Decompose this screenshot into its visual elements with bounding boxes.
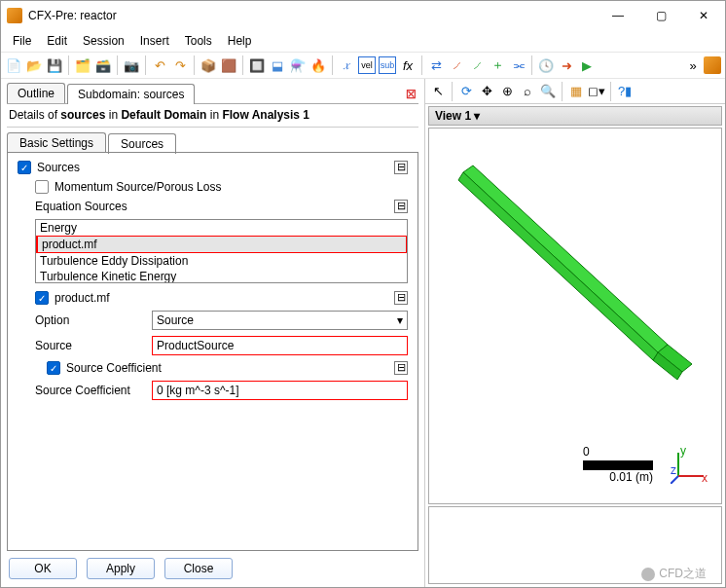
scale-bar: 0 0.01 (m) [583, 445, 653, 484]
axis-triad-icon: y x z [671, 445, 709, 484]
svg-line-8 [671, 476, 678, 484]
app-icon [7, 8, 22, 23]
option-label: Option [35, 313, 152, 327]
svg-marker-3 [458, 172, 658, 360]
chevron-down-icon: ▾ [397, 313, 403, 327]
sources-label: Sources [37, 161, 394, 174]
tab-subdomain-sources[interactable]: Subdomain: sources [67, 84, 195, 104]
fx-icon[interactable]: fx [399, 56, 417, 74]
highlight-icon[interactable]: ▦ [567, 83, 585, 100]
fit-icon[interactable]: 🔍 [539, 83, 557, 100]
product-mf-label: product.mf [54, 291, 394, 305]
source-coefficient-label: Source Coefficient [35, 384, 152, 397]
tab-outline[interactable]: Outline [7, 83, 65, 103]
view-toolbar: ↖ ⟳ ✥ ⊕ ⌕ 🔍 ▦ ◻▾ ?▮ [425, 79, 725, 104]
menu-tools[interactable]: Tools [177, 32, 220, 50]
3d-viewport[interactable]: 0 0.01 (m) y x z [428, 128, 722, 504]
flame-icon[interactable]: 🔥 [309, 56, 327, 74]
close-panel-button[interactable]: Close [164, 558, 233, 579]
redo-icon[interactable]: ↷ [171, 56, 189, 74]
view-style-icon[interactable]: ◻▾ [588, 83, 605, 100]
details-line: Details of sources in Default Domain in … [7, 104, 418, 128]
tab-basic-settings[interactable]: Basic Settings [7, 132, 106, 153]
flask-icon[interactable]: ⚗️ [289, 56, 307, 74]
product-mf-collapse-button[interactable]: ⊟ [394, 291, 408, 305]
sources-checkbox[interactable]: ✓ [18, 161, 31, 174]
rotate-icon[interactable]: ⟳ [457, 83, 475, 100]
maximize-button[interactable]: ▢ [639, 1, 682, 30]
sources-collapse-button[interactable]: ⊟ [394, 161, 408, 174]
menu-insert[interactable]: Insert [132, 32, 177, 50]
help-icon[interactable]: ?▮ [616, 83, 634, 100]
watermark: CFD之道 [641, 566, 707, 582]
coeff-collapse-button[interactable]: ⊟ [394, 361, 408, 375]
equation-sources-list[interactable]: Energy product.mf Turbulence Eddy Dissip… [35, 219, 408, 283]
svg-text:y: y [680, 445, 686, 458]
save-icon[interactable]: 💾 [46, 56, 63, 74]
momentum-label: Momentum Source/Porous Loss [54, 180, 221, 194]
close-tab-icon[interactable]: ☒ [403, 88, 418, 103]
list-item[interactable]: Turbulence Eddy Dissipation [36, 253, 407, 269]
product-mf-checkbox[interactable]: ✓ [35, 291, 49, 305]
menu-help[interactable]: Help [220, 32, 260, 50]
menu-edit[interactable]: Edit [39, 32, 75, 50]
camera-icon[interactable]: 📷 [123, 56, 140, 74]
view-tab[interactable]: View 1 ▾ [428, 106, 722, 126]
point1-icon[interactable]: ⟋ [448, 56, 465, 74]
list-item[interactable]: Turbulence Kinetic Energy [36, 269, 407, 283]
menu-session[interactable]: Session [75, 32, 132, 50]
vel-icon[interactable]: vel [358, 56, 376, 74]
tree-icon[interactable]: 🗂️ [74, 56, 91, 74]
run-icon[interactable]: ▶ [578, 56, 596, 74]
mesh-icon[interactable]: ⬓ [269, 56, 286, 74]
apply-button[interactable]: Apply [87, 558, 155, 579]
expr-icon[interactable]: 𝑥 [338, 56, 355, 74]
tab-sources[interactable]: Sources [108, 133, 176, 154]
more-icon[interactable]: » [684, 56, 702, 74]
source-coefficient-checkbox[interactable]: ✓ [47, 361, 60, 375]
source-label: Source [35, 339, 152, 352]
minimize-button[interactable]: — [597, 1, 639, 30]
pair-icon[interactable]: ⫘ [509, 56, 526, 74]
close-button[interactable]: ✕ [682, 1, 725, 30]
source-coefficient-chk-label: Source Coefficient [66, 361, 394, 375]
momentum-checkbox[interactable] [35, 180, 49, 194]
list-item[interactable]: Energy [36, 220, 407, 236]
overflow-icon[interactable] [704, 56, 721, 74]
zoom-box-icon[interactable]: ⌕ [519, 83, 536, 100]
option-combo[interactable]: Source▾ [152, 311, 408, 330]
equation-collapse-button[interactable]: ⊟ [394, 200, 408, 213]
sub-icon[interactable]: sub [379, 56, 396, 74]
svg-text:x: x [702, 471, 708, 484]
new-icon[interactable]: 📄 [5, 56, 22, 74]
box-icon[interactable]: 📦 [200, 56, 217, 74]
zoom-in-icon[interactable]: ⊕ [498, 83, 516, 100]
ok-button[interactable]: OK [9, 558, 77, 579]
svg-text:z: z [671, 463, 676, 477]
arrow-icon[interactable]: ➜ [558, 56, 575, 74]
list-item[interactable]: product.mf [36, 236, 407, 253]
menu-file[interactable]: File [5, 32, 39, 50]
select-icon[interactable]: ↖ [429, 83, 447, 100]
source-coefficient-input[interactable]: 0 [kg m^-3 s^-1] [152, 381, 408, 400]
box2-icon[interactable]: 🟫 [220, 56, 237, 74]
pan-icon[interactable]: ✥ [478, 83, 495, 100]
main-toolbar: 📄 📂 💾 🗂️ 🗃️ 📷 ↶ ↷ 📦 🟫 🔲 ⬓ ⚗️ 🔥 𝑥 vel sub… [1, 52, 725, 79]
clock-icon[interactable]: 🕓 [537, 56, 555, 74]
open-icon[interactable]: 📂 [25, 56, 43, 74]
point2-icon[interactable]: ⟋ [468, 56, 486, 74]
svg-marker-0 [463, 165, 668, 352]
tree2-icon[interactable]: 🗃️ [94, 56, 112, 74]
region-icon[interactable]: 🔲 [248, 56, 266, 74]
source-input[interactable]: ProductSource [152, 336, 408, 355]
connect-icon[interactable]: ⇄ [427, 56, 445, 74]
plus-icon[interactable]: ＋ [489, 56, 506, 74]
equation-sources-label: Equation Sources [35, 200, 394, 213]
title: CFX-Pre: reactor [28, 9, 597, 22]
undo-icon[interactable]: ↶ [151, 56, 168, 74]
